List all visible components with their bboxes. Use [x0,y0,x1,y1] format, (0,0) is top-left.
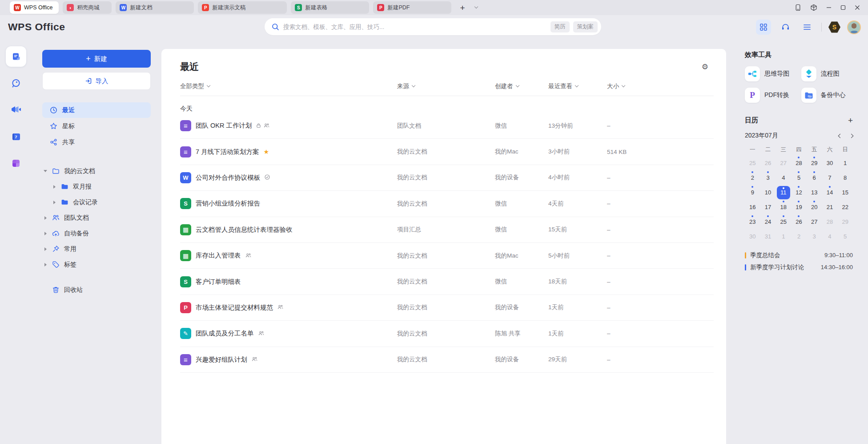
search-bar[interactable]: 简历 策划案 [265,18,601,35]
calendar-day[interactable]: 4 [776,170,791,185]
calendar-day[interactable]: 27 [776,156,791,170]
import-button[interactable]: 导入 [42,72,151,90]
sidebar-item-bimonthly-report[interactable]: 双月报 [42,179,151,194]
calendar-day[interactable]: 17 [760,200,776,214]
calendar-day[interactable]: 21 [822,200,838,214]
calendar-day[interactable]: 3 [807,229,822,244]
calendar-day[interactable]: 29 [807,156,822,170]
event-item[interactable]: 新季度学习计划讨论 14:30–16:00 [745,261,853,273]
calendar-day[interactable]: 1 [837,156,853,170]
sidebar-item-trash[interactable]: 回收站 [42,282,151,298]
calendar-day[interactable]: 26 [760,156,776,170]
collapse-triangle-icon[interactable] [44,263,47,266]
prev-month-chevron-icon[interactable] [838,133,843,138]
tool-pdf-convert[interactable]: P PDF转换 [745,88,797,103]
file-row[interactable]: W 公司对外合作协议模板 我的云文档 我的设备 4小时前 – [180,165,714,191]
calendar-day[interactable]: 25 [776,214,791,229]
main-menu-button[interactable] [800,20,815,35]
calendar-day[interactable]: 30 [822,156,838,170]
calendar-day[interactable]: 2 [791,229,807,244]
collapse-triangle-icon[interactable] [44,232,47,235]
calendar-day[interactable]: 14 [822,185,838,200]
rail-chat-button[interactable] [6,73,26,93]
calendar-day[interactable]: 11 [776,185,791,200]
support-headset-button[interactable] [778,20,793,35]
calendar-day[interactable]: 28 [822,214,838,229]
calendar-day[interactable]: 31 [760,229,776,244]
rail-calendar-button[interactable]: 7 [6,126,26,147]
calendar-day[interactable]: 19 [791,200,807,214]
rail-apps-button[interactable] [6,153,26,174]
sidebar-item-starred[interactable]: 星标 [42,118,151,134]
search-tag-plan[interactable]: 策划案 [573,21,598,32]
maximize-button[interactable] [840,5,846,10]
new-tab-button[interactable]: + [458,4,466,12]
close-button[interactable] [855,5,860,10]
sidebar-item-shared[interactable]: 共享 [42,134,151,150]
new-button[interactable]: + 新建 [42,50,151,68]
calendar-day[interactable]: 27 [807,214,822,229]
file-row[interactable]: S 客户订单明细表 我的云文档 微信 18天前 – [180,269,714,295]
calendar-day[interactable]: 24 [760,214,776,229]
file-row[interactable]: 库存出入管理表 我的云文档 我的Mac 5小时前 – [180,243,714,269]
minimize-button[interactable] [826,5,832,10]
sidebar-item-my-cloud-docs[interactable]: 我的云文档 [42,163,151,179]
filter-viewed[interactable]: 最近查看 [548,82,607,90]
calendar-day[interactable]: 2 [745,170,760,185]
calendar-day[interactable]: 26 [791,214,807,229]
search-input[interactable] [283,24,547,30]
svip-badge-icon[interactable]: S [828,21,840,33]
tab-list-chevron-icon[interactable] [474,5,478,8]
calendar-day[interactable]: 25 [745,156,760,170]
workspace-cube-icon[interactable] [810,4,817,11]
user-avatar[interactable] [847,20,861,34]
collapse-triangle-icon[interactable] [44,247,47,251]
tool-flowchart[interactable]: 流程图 [801,66,853,81]
rail-documents-button[interactable] [6,46,26,67]
calendar-day[interactable]: 3 [760,170,776,185]
calendar-day[interactable]: 16 [745,200,760,214]
filter-type[interactable]: 全部类型 [180,82,397,90]
file-row[interactable]: 7 月线下活动策划方案 ★ 我的云文档 我的Mac 3小时前 514 KB [180,139,714,165]
filter-creator[interactable]: 创建者 [495,82,548,90]
collapse-triangle-icon[interactable] [44,216,47,220]
event-item[interactable]: 季度总结会 9:30–11:00 [745,249,853,261]
file-row[interactable]: 团队成员及分工名单 我的云文档 陈旭 共享 1天前 – [180,321,714,347]
calendar-day[interactable]: 13 [807,185,822,200]
sidebar-item-meeting-notes[interactable]: 会议记录 [42,194,151,210]
calendar-day[interactable]: 10 [760,185,776,200]
calendar-day[interactable]: 4 [822,229,838,244]
tool-backup-center[interactable]: 备份中心 [801,88,853,103]
tab-new-spreadsheet[interactable]: S 新建表格 [291,1,369,14]
tab-wps-home[interactable]: W WPS Office [10,1,59,14]
filter-size[interactable]: 大小 [607,82,714,90]
settings-gear-icon[interactable]: ⚙ [702,62,708,72]
send-to-device-icon[interactable] [795,4,801,11]
sidebar-item-team-docs[interactable]: 团队文档 [42,210,151,226]
sidebar-item-tags[interactable]: 标签 [42,257,151,272]
tab-new-pdf[interactable]: P 新建PDF [373,1,451,14]
calendar-day[interactable]: 29 [837,214,853,229]
calendar-day[interactable]: 15 [837,185,853,200]
rail-meeting-button[interactable] [6,100,26,120]
calendar-day[interactable]: 12 [791,185,807,200]
calendar-day[interactable]: 5 [791,170,807,185]
file-row[interactable]: S 营销小组业绩分析报告 我的云文档 微信 4天前 – [180,191,714,217]
calendar-day[interactable]: 23 [745,214,760,229]
tab-new-document[interactable]: W 新建文档 [116,1,194,14]
search-tag-resume[interactable]: 简历 [551,21,570,32]
file-row[interactable]: 云文档管人员信息统计表理器验收 项目汇总 微信 15天前 – [180,217,714,243]
apps-grid-button[interactable] [756,20,771,35]
calendar-day[interactable]: 1 [776,229,791,244]
filter-source[interactable]: 来源 [397,82,495,90]
tab-docer-mall[interactable]: ◗ 稻壳商城 [63,1,112,14]
expand-triangle-icon[interactable] [44,170,47,172]
calendar-day[interactable]: 9 [745,185,760,200]
file-row[interactable]: 团队 OKR 工作计划 团队文档 微信 13分钟前 – [180,113,714,139]
calendar-day[interactable]: 18 [776,200,791,214]
calendar-day[interactable]: 22 [837,200,853,214]
file-row[interactable]: P 市场主体登记提交材料规范 我的云文档 我的设备 1天前 – [180,295,714,321]
sidebar-item-recent[interactable]: 最近 [42,102,151,118]
collapse-triangle-icon[interactable] [53,185,56,189]
calendar-day[interactable]: 20 [807,200,822,214]
